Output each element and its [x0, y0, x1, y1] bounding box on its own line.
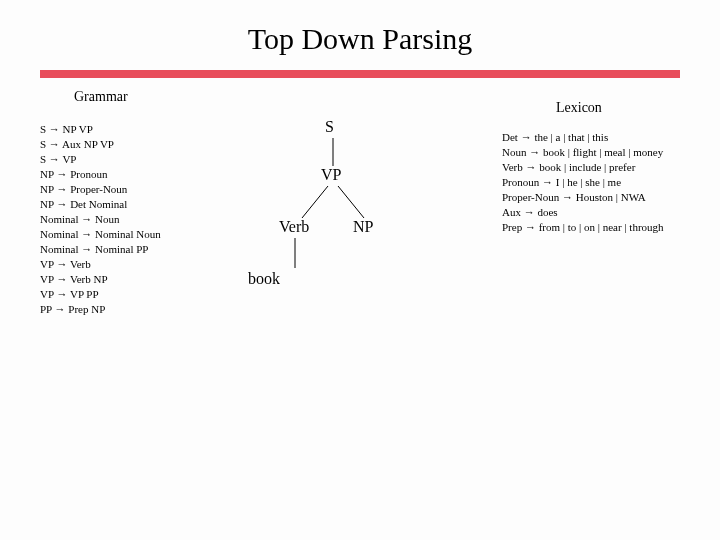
lexicon-rule: Verb → book | include | prefer [502, 160, 712, 175]
grammar-rule: VP → Verb [40, 257, 220, 272]
grammar-rules-list: S → NP VP S → Aux NP VP S → VP NP → Pron… [40, 122, 220, 317]
grammar-rule: NP → Det Nominal [40, 197, 220, 212]
grammar-rule: S → VP [40, 152, 220, 167]
page-title: Top Down Parsing [0, 0, 720, 56]
lexicon-rule: Noun → book | flight | meal | money [502, 145, 712, 160]
tree-node-s: S [325, 118, 334, 136]
lexicon-rule: Pronoun → I | he | she | me [502, 175, 712, 190]
horizontal-rule [40, 70, 680, 78]
tree-node-verb: Verb [279, 218, 309, 236]
lexicon-rules-list: Det → the | a | that | this Noun → book … [502, 130, 712, 235]
lexicon-heading: Lexicon [556, 100, 602, 116]
lexicon-rule: Prep → from | to | on | near | through [502, 220, 712, 235]
grammar-rule: Nominal → Nominal Noun [40, 227, 220, 242]
svg-line-2 [338, 186, 364, 218]
svg-line-1 [302, 186, 328, 218]
lexicon-rule: Det → the | a | that | this [502, 130, 712, 145]
parse-tree: S VP Verb NP book [255, 118, 455, 338]
slide: Top Down Parsing Grammar Lexicon S → NP … [0, 0, 720, 540]
grammar-rule: S → Aux NP VP [40, 137, 220, 152]
grammar-rule: VP → VP PP [40, 287, 220, 302]
tree-node-vp: VP [321, 166, 341, 184]
tree-leaf-book: book [248, 270, 280, 288]
grammar-heading: Grammar [74, 89, 128, 105]
grammar-rule: Nominal → Nominal PP [40, 242, 220, 257]
grammar-rule: NP → Pronoun [40, 167, 220, 182]
lexicon-rule: Proper-Noun → Houston | NWA [502, 190, 712, 205]
lexicon-rule: Aux → does [502, 205, 712, 220]
tree-node-np: NP [353, 218, 373, 236]
grammar-rule: S → NP VP [40, 122, 220, 137]
grammar-rule: Nominal → Noun [40, 212, 220, 227]
grammar-rule: NP → Proper-Noun [40, 182, 220, 197]
grammar-rule: VP → Verb NP [40, 272, 220, 287]
grammar-rule: PP → Prep NP [40, 302, 220, 317]
